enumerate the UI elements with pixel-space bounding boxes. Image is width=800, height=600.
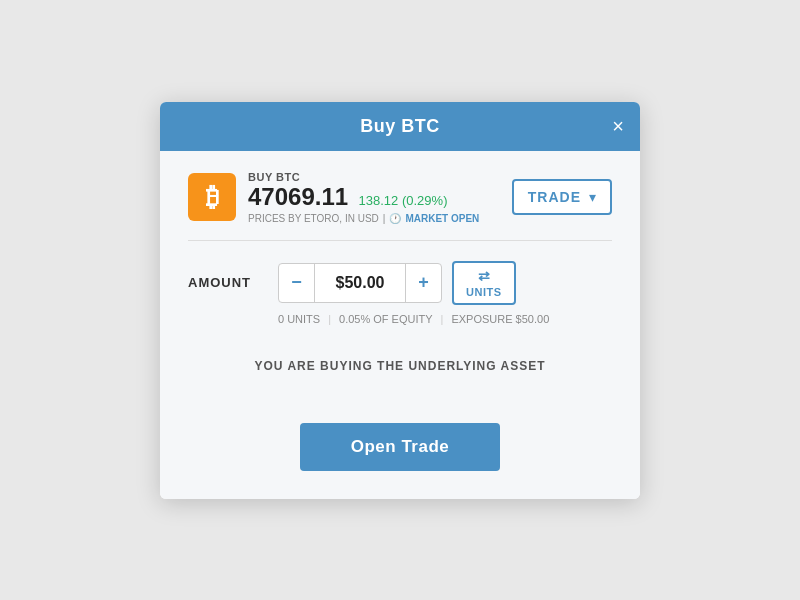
asset-details: BUY BTC 47069.11 138.12 (0.29%) PRICES B… [248, 171, 479, 224]
exposure-info: EXPOSURE $50.00 [451, 313, 549, 325]
amount-controls: − + [278, 263, 442, 303]
chevron-down-icon: ▾ [589, 189, 596, 205]
market-status: MARKET OPEN [405, 213, 479, 224]
trade-dropdown-label: TRADE [528, 189, 581, 205]
amount-label: AMOUNT [188, 275, 268, 290]
amount-row: AMOUNT − + ⇄ UNITS [188, 261, 612, 305]
info-row: 0 UNITS | 0.05% OF EQUITY | EXPOSURE $50… [278, 313, 612, 325]
underlying-message: YOU ARE BUYING THE UNDERLYING ASSET [188, 349, 612, 383]
btc-symbol: ₿ [206, 182, 219, 213]
btc-icon: ₿ [188, 173, 236, 221]
buy-btc-modal: Buy BTC × ₿ BUY BTC 47069.11 138.12 (0.2… [160, 102, 640, 499]
info-sep-2: | [441, 313, 444, 325]
increment-button[interactable]: + [405, 264, 441, 302]
clock-icon: 🕐 [389, 213, 401, 224]
units-toggle-button[interactable]: ⇄ UNITS [452, 261, 516, 305]
asset-change: 138.12 (0.29%) [359, 193, 448, 208]
modal-body: ₿ BUY BTC 47069.11 138.12 (0.29%) PRICES… [160, 151, 640, 499]
asset-price-row: 47069.11 138.12 (0.29%) [248, 183, 479, 211]
amount-input[interactable] [315, 264, 405, 302]
info-sep-1: | [328, 313, 331, 325]
separator-icon: | [383, 213, 386, 224]
asset-price: 47069.11 [248, 183, 348, 210]
modal-title: Buy BTC [360, 116, 440, 137]
equity-info: 0.05% OF EQUITY [339, 313, 433, 325]
open-trade-button[interactable]: Open Trade [300, 423, 500, 471]
asset-buy-label: BUY BTC [248, 171, 479, 183]
asset-meta: PRICES BY ETORO, IN USD | 🕐 MARKET OPEN [248, 213, 479, 224]
modal-header: Buy BTC × [160, 102, 640, 151]
close-button[interactable]: × [612, 116, 624, 136]
units-info: 0 UNITS [278, 313, 320, 325]
asset-row: ₿ BUY BTC 47069.11 138.12 (0.29%) PRICES… [188, 171, 612, 241]
units-label: UNITS [466, 286, 502, 298]
prices-by: PRICES BY ETORO, IN USD [248, 213, 379, 224]
swap-icon: ⇄ [478, 268, 491, 284]
asset-info: ₿ BUY BTC 47069.11 138.12 (0.29%) PRICES… [188, 171, 479, 224]
trade-dropdown-button[interactable]: TRADE ▾ [512, 179, 612, 215]
decrement-button[interactable]: − [279, 264, 315, 302]
